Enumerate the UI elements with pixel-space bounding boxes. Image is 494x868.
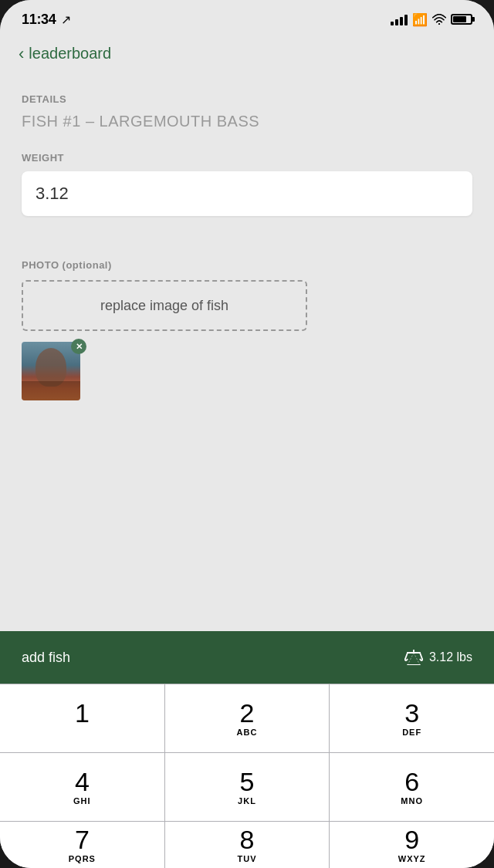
weight-input[interactable] [22,171,472,216]
phone-frame: 11:34 ↗ 📶 ‹ leaderboar [0,0,494,868]
weight-value: 3.12 lbs [429,650,472,664]
svg-line-3 [405,653,408,659]
key-1[interactable]: 1 [0,684,165,752]
wifi-icon: 📶 [412,12,428,27]
key-6[interactable]: 6 MNO [330,753,494,821]
keypad: 1 2 ABC 3 DEF 4 GHI 5 JKL 6 MN [0,684,494,868]
status-bar: 11:34 ↗ 📶 [0,0,494,39]
close-icon: ✕ [76,343,83,351]
nav-bar: ‹ leaderboard [0,39,494,75]
svg-line-4 [420,653,422,659]
keypad-row-2: 4 GHI 5 JKL 6 MNO [0,752,494,821]
svg-line-6 [408,653,414,665]
battery-icon [451,14,472,25]
action-bar: add fish 3.12 lbs [0,631,494,684]
photo-upload-button[interactable]: replace image of fish [22,280,307,331]
add-fish-button[interactable]: add fish [22,650,70,666]
weight-display: 3.12 lbs [404,650,472,665]
back-chevron-icon: ‹ [19,46,24,62]
photo-preview-container: ✕ [22,342,83,404]
key-2[interactable]: 2 ABC [165,684,330,752]
main-content: DETAILS FISH #1 – LARGEMOUTH BASS WEIGHT… [0,75,494,631]
key-4[interactable]: 4 GHI [0,753,165,821]
keypad-row-3: 7 PQRS 8 TUV 9 WXYZ [0,821,494,868]
svg-line-7 [414,653,420,665]
key-3[interactable]: 3 DEF [330,684,494,752]
photo-upload-text: replace image of fish [100,298,228,314]
back-button[interactable]: ‹ leaderboard [19,45,111,62]
fish-title: FISH #1 – LARGEMOUTH BASS [22,113,472,130]
photo-remove-button[interactable]: ✕ [71,339,86,354]
photo-label: PHOTO (optional) [22,259,472,271]
wifi-icon [432,14,446,25]
location-icon: ↗ [61,12,71,27]
key-9[interactable]: 9 WXYZ [330,822,494,868]
key-8[interactable]: 8 TUV [165,822,330,868]
status-icons: 📶 [391,12,472,27]
scale-icon [404,650,423,665]
back-label: leaderboard [29,45,111,62]
key-5[interactable]: 5 JKL [165,753,330,821]
svg-point-0 [438,23,440,25]
status-time: 11:34 [22,12,56,28]
keypad-row-1: 1 2 ABC 3 DEF [0,684,494,752]
weight-label: WEIGHT [22,152,472,164]
key-7[interactable]: 7 PQRS [0,822,165,868]
details-section-label: DETAILS [22,93,472,105]
signal-bars-icon [391,13,408,25]
